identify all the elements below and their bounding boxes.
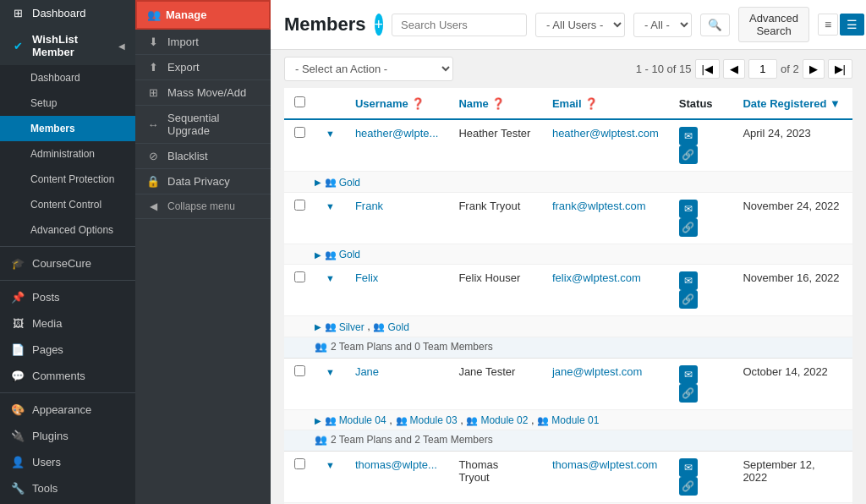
submenu-item-mass-move-add[interactable]: ⊞ Mass Move/Add — [135, 80, 271, 106]
username-link[interactable]: thomas@wlpte... — [355, 458, 437, 471]
submenu-item-export[interactable]: ⬆ Export — [135, 55, 271, 80]
submenu-item-sequential-upgrade[interactable]: ↔ Sequential Upgrade — [135, 106, 271, 144]
all-filter-select[interactable]: - All - — [633, 13, 692, 37]
membership-tag[interactable]: 👥Module 02 — [466, 414, 528, 426]
sidebar-item-users[interactable]: 👤 Users — [0, 449, 135, 475]
membership-row: ▶ 👥Gold — [284, 244, 852, 265]
row-checkbox[interactable] — [294, 458, 305, 469]
coursecure-icon: 🎓 — [10, 257, 25, 270]
page-number-input[interactable] — [748, 59, 777, 79]
expand-arrow[interactable]: ▶ — [315, 416, 321, 425]
membership-tag[interactable]: 👥Module 04 — [325, 414, 386, 426]
list-view-button[interactable]: ≡ — [818, 14, 838, 36]
pagination: 1 - 10 of 15 |◀ ◀ of 2 ▶ ▶| — [636, 59, 852, 79]
advanced-search-button[interactable]: Advanced Search — [738, 7, 809, 42]
email-action-icon[interactable]: ✉ — [679, 127, 698, 145]
link-action-icon[interactable]: 🔗 — [679, 477, 698, 496]
sidebar-item-posts[interactable]: 📌 Posts — [0, 284, 135, 310]
membership-tag[interactable]: 👥Gold — [373, 321, 408, 333]
sidebar-item-wl-administration[interactable]: Administration — [0, 141, 135, 167]
sidebar-item-appearance[interactable]: 🎨 Appearance — [0, 397, 135, 423]
col-email: Email ❓ — [542, 88, 669, 119]
last-page-button[interactable]: ▶| — [828, 59, 852, 79]
prev-page-button[interactable]: ◀ — [723, 59, 745, 79]
date-sort[interactable]: Date Registered ▼ — [743, 97, 840, 110]
sidebar-item-wl-advanced-options[interactable]: Advanced Options — [0, 217, 135, 243]
row-checkbox[interactable] — [294, 271, 305, 282]
sidebar-item-tools[interactable]: 🔧 Tools — [0, 475, 135, 501]
first-page-button[interactable]: |◀ — [695, 59, 720, 79]
submenu-collapse-item[interactable]: ◀ Collapse menu — [135, 194, 271, 219]
detail-view-button[interactable]: ☰ — [840, 14, 864, 36]
sidebar-item-wl-members[interactable]: Members — [0, 116, 135, 141]
email-link[interactable]: frank@wlptest.com — [552, 200, 646, 212]
sidebar-item-pages[interactable]: 📄 Pages — [0, 337, 135, 363]
row-expand-chevron[interactable]: ▼ — [326, 129, 335, 139]
link-action-icon[interactable]: 🔗 — [679, 384, 698, 403]
membership-tag[interactable]: 👥Module 03 — [396, 414, 458, 426]
members-table-wrap: Username ❓ Name ❓ Email ❓ Status Date Re… — [271, 88, 866, 504]
date-registered: November 24, 2022 — [732, 192, 852, 244]
sidebar-item-plugins[interactable]: 🔌 Plugins — [0, 423, 135, 449]
name-sort[interactable]: Name ❓ — [458, 97, 505, 110]
row-checkbox[interactable] — [294, 200, 305, 211]
link-action-icon[interactable]: 🔗 — [679, 145, 698, 164]
expand-arrow[interactable]: ▶ — [315, 250, 321, 260]
sidebar-item-wl-dashboard[interactable]: Dashboard — [0, 65, 135, 90]
user-filter-select[interactable]: - All Users - — [535, 13, 625, 37]
next-page-button[interactable]: ▶ — [803, 59, 825, 79]
member-name: Felix Houser — [448, 265, 542, 316]
email-sort[interactable]: Email ❓ — [552, 97, 598, 110]
row-expand-chevron[interactable]: ▼ — [326, 460, 335, 470]
sidebar-item-wishlist[interactable]: ✔ WishList Member ◀ — [0, 26, 135, 65]
tools-icon: 🔧 — [10, 482, 25, 495]
sidebar-item-media[interactable]: 🖼 Media — [0, 310, 135, 337]
email-link[interactable]: felix@wlptest.com — [552, 271, 641, 284]
email-action-icon[interactable]: ✉ — [679, 365, 698, 384]
select-all-checkbox[interactable] — [294, 96, 305, 107]
membership-tag[interactable]: 👥Silver — [325, 321, 364, 333]
expand-arrow[interactable]: ▶ — [315, 322, 321, 331]
dashboard-icon: ⊞ — [10, 7, 25, 19]
expand-arrow[interactable]: ▶ — [315, 178, 321, 187]
row-expand-chevron[interactable]: ▼ — [326, 201, 335, 211]
username-link[interactable]: Frank — [355, 200, 383, 212]
username-link[interactable]: Felix — [355, 271, 378, 284]
email-action-icon[interactable]: ✉ — [679, 271, 698, 290]
sequential-icon: ↔ — [145, 118, 161, 131]
submenu-item-blacklist[interactable]: ⊘ Blacklist — [135, 144, 271, 169]
sidebar-item-comments[interactable]: 💬 Comments — [0, 363, 135, 389]
email-link[interactable]: jane@wlptest.com — [552, 365, 642, 378]
bulk-action-select[interactable]: - Select an Action - — [284, 57, 453, 81]
email-link[interactable]: thomas@wlptest.com — [552, 458, 657, 471]
col-status: Status — [669, 88, 733, 119]
link-action-icon[interactable]: 🔗 — [679, 290, 698, 309]
sidebar-item-coursecure[interactable]: 🎓 CourseCure — [0, 250, 135, 277]
email-link[interactable]: heather@wlptest.com — [552, 127, 659, 140]
username-link[interactable]: heather@wlpte... — [355, 127, 438, 140]
submenu-item-data-privacy[interactable]: 🔒 Data Privacy — [135, 169, 271, 194]
add-member-button[interactable]: + — [375, 14, 384, 36]
row-checkbox[interactable] — [294, 365, 305, 376]
sidebar-item-dashboard[interactable]: ⊞ Dashboard — [0, 0, 135, 26]
link-action-icon[interactable]: 🔗 — [679, 218, 698, 237]
sidebar-item-wl-content-control[interactable]: Content Control — [0, 192, 135, 217]
row-expand-chevron[interactable]: ▼ — [326, 273, 335, 283]
email-action-icon[interactable]: ✉ — [679, 458, 698, 477]
submenu-item-import[interactable]: ⬇ Import — [135, 30, 271, 55]
membership-tag[interactable]: 👥Gold — [325, 177, 360, 189]
membership-tag[interactable]: 👥Gold — [325, 249, 360, 260]
table-row: ▼ Felix Felix Houser felix@wlptest.com ✉… — [284, 265, 852, 316]
search-button[interactable]: 🔍 — [700, 14, 730, 36]
privacy-icon: 🔒 — [145, 175, 161, 188]
sidebar-item-wl-content-protection[interactable]: Content Protection — [0, 167, 135, 192]
email-action-icon[interactable]: ✉ — [679, 200, 698, 218]
sidebar: ⊞ Dashboard ✔ WishList Member ◀ Dashboar… — [0, 0, 135, 504]
row-checkbox[interactable] — [294, 127, 305, 138]
username-link[interactable]: Jane — [355, 365, 379, 378]
membership-tag[interactable]: 👥Module 01 — [537, 414, 599, 426]
sidebar-item-wl-setup[interactable]: Setup — [0, 90, 135, 116]
search-input[interactable] — [392, 14, 527, 36]
row-expand-chevron[interactable]: ▼ — [326, 367, 335, 377]
username-sort[interactable]: Username ❓ — [355, 97, 425, 110]
